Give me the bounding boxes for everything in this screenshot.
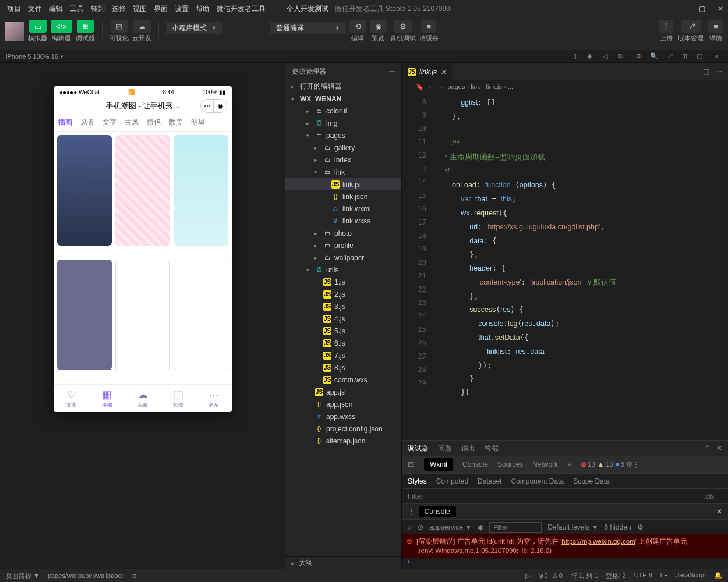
upload-button[interactable]: ⤴ xyxy=(659,20,673,33)
window-close[interactable]: ✕ xyxy=(716,5,725,13)
tree-item[interactable]: ▸🖼img xyxy=(285,117,401,129)
category-tab[interactable]: 插画 xyxy=(58,118,72,127)
stop-icon[interactable]: ⊘ xyxy=(418,523,423,531)
box-icon[interactable]: ▢ xyxy=(694,52,705,60)
open-editors[interactable]: ▸打开的编辑器 xyxy=(285,80,401,93)
console-prompt[interactable]: › xyxy=(402,558,728,569)
error-link[interactable]: https://mp.weixin.qq.com xyxy=(561,538,635,545)
tree-item[interactable]: {}app.json xyxy=(285,398,401,410)
inspect-icon[interactable]: ⮹ xyxy=(408,460,415,469)
mute-icon[interactable]: ◁ xyxy=(600,52,610,60)
tree-item[interactable]: JSlink.js xyxy=(285,178,401,190)
device-select[interactable]: iPhone 5 100% 16 xyxy=(6,53,58,60)
capsule-menu[interactable]: ⋯ xyxy=(201,100,214,112)
drawer-toggle[interactable]: ⋮ xyxy=(408,508,415,516)
gear-icon[interactable]: ⚙ xyxy=(637,523,644,531)
arrow-icon[interactable]: ⇥ xyxy=(709,52,720,60)
menu-item[interactable]: 文件 xyxy=(24,5,45,13)
visual-button[interactable]: ⊞ xyxy=(111,20,128,33)
problems[interactable]: ⊗0 ⚠0 xyxy=(538,572,563,580)
clear-cache-button[interactable]: ≡ xyxy=(421,20,436,33)
console-tab[interactable]: Console xyxy=(462,460,488,469)
clear-icon[interactable]: ▷ xyxy=(407,523,412,531)
menu-item[interactable]: 界面 xyxy=(150,5,171,13)
category-tab[interactable]: 文字 xyxy=(103,118,116,127)
tree-item[interactable]: JScomm.wxs xyxy=(285,374,401,386)
compile-button[interactable]: ⟲ xyxy=(349,20,366,33)
wallpaper-thumb[interactable] xyxy=(57,260,112,370)
category-tab[interactable]: 情侣 xyxy=(147,118,161,127)
tree-item[interactable]: ▸🗀gallery xyxy=(285,141,401,154)
wallpaper-thumb[interactable] xyxy=(174,260,228,370)
tree-item[interactable]: #app.wxss xyxy=(285,410,401,423)
devtools-tab[interactable]: 输出 xyxy=(461,443,475,453)
tree-item[interactable]: {}sitemap.json xyxy=(285,435,401,447)
workspace-root[interactable]: ▾WX_WENAN xyxy=(285,93,401,105)
tree-item[interactable]: JS6.js xyxy=(285,337,401,349)
tree-item[interactable]: ▸🗀index xyxy=(285,154,401,166)
compile-select[interactable]: 普通编译▼ xyxy=(270,22,346,34)
tree-item[interactable]: JS3.js xyxy=(285,300,401,313)
copy-icon[interactable]: ⧉ xyxy=(132,572,136,580)
menu-item[interactable]: 帮助 xyxy=(192,5,213,13)
category-tab[interactable]: 古风 xyxy=(125,118,139,127)
branch-icon[interactable]: ⎇ xyxy=(664,52,674,60)
expand-icon[interactable]: » xyxy=(567,460,571,469)
close-tab-icon[interactable]: ✕ xyxy=(440,68,446,76)
network-tab[interactable]: Network xyxy=(532,460,558,469)
page-path[interactable]: pages/wallpaper/wallpaper xyxy=(48,572,123,579)
menu-item[interactable]: 视图 xyxy=(129,5,150,13)
menu-item[interactable]: 设置 xyxy=(171,5,192,13)
tree-item[interactable]: JS1.js xyxy=(285,276,401,288)
editor-button[interactable]: </> xyxy=(51,20,72,33)
wallpaper-thumb[interactable] xyxy=(115,260,170,370)
tree-item[interactable]: JS2.js xyxy=(285,288,401,300)
menu-item[interactable]: 转到 xyxy=(87,5,108,13)
more-icon[interactable]: ⋯ xyxy=(715,68,722,76)
capsule-close[interactable]: ◉ xyxy=(214,100,227,112)
tree-item[interactable]: ▾🗀pages xyxy=(285,129,401,141)
cloud-button[interactable]: ☁ xyxy=(133,20,151,33)
nav-item[interactable]: ▦潮图 xyxy=(89,385,125,412)
tree-item[interactable]: ▾🗀link xyxy=(285,166,401,178)
nav-item[interactable]: ♡文案 xyxy=(54,385,89,412)
notif-icon[interactable]: ▷ xyxy=(525,572,530,580)
more-icon[interactable]: ⋮ xyxy=(632,460,639,469)
tree-item[interactable]: ▾🖼utils xyxy=(285,264,401,276)
language[interactable]: JavaScript xyxy=(676,572,706,580)
cut-icon[interactable]: ⧉ xyxy=(615,52,625,60)
compdata-tab[interactable]: Component Data xyxy=(511,477,564,485)
preview-button[interactable]: ◉ xyxy=(370,20,387,33)
tree-item[interactable]: JS4.js xyxy=(285,313,401,325)
nav-item[interactable]: ⬚套图 xyxy=(161,385,196,412)
indent[interactable]: 空格: 2 xyxy=(606,572,625,580)
levels-select[interactable]: Default levels ▼ xyxy=(547,523,598,531)
close-icon[interactable]: ✕ xyxy=(716,508,722,516)
menu-item[interactable]: 微信开发者工具 xyxy=(213,5,269,13)
menu-item[interactable]: 编辑 xyxy=(45,5,66,13)
version-button[interactable]: ⎇ xyxy=(681,20,701,33)
files-icon[interactable]: ⧉ xyxy=(634,52,644,60)
mode-select[interactable]: 小程序模式▼ xyxy=(166,22,222,34)
hidden-count[interactable]: 6 hidden xyxy=(605,523,631,531)
editor-tab[interactable]: JS link.js ✕ xyxy=(402,63,452,80)
menu-item[interactable]: 工具 xyxy=(66,5,87,13)
console-drawer-tab[interactable]: Console xyxy=(419,506,456,517)
tree-item[interactable]: JS7.js xyxy=(285,349,401,361)
scopedata-tab[interactable]: Scope Data xyxy=(573,477,610,485)
outline-section[interactable]: ▸ 大纲 xyxy=(285,556,401,569)
breadcrumb[interactable]: ≡🔖←→ pages › link › link.js › ... xyxy=(402,80,728,93)
user-avatar[interactable] xyxy=(5,22,24,41)
styles-tab[interactable]: Styles xyxy=(408,477,427,485)
tree-item[interactable]: ▸🗀photo xyxy=(285,227,401,239)
devtools-tab[interactable]: 调试器 xyxy=(408,443,429,453)
tree-item[interactable]: JSapp.js xyxy=(285,386,401,398)
grid-icon[interactable]: ⊞ xyxy=(679,52,690,60)
category-tab[interactable]: 风景 xyxy=(80,118,94,127)
search-icon[interactable]: 🔍 xyxy=(649,52,659,60)
detail-button[interactable]: ≡ xyxy=(708,20,723,33)
simulator-button[interactable]: ▭ xyxy=(29,20,47,33)
split-icon[interactable]: ◫ xyxy=(703,68,709,76)
tree-item[interactable]: JS8.js xyxy=(285,361,401,374)
page-path-label[interactable]: 页面路径 ▼ xyxy=(6,572,40,580)
